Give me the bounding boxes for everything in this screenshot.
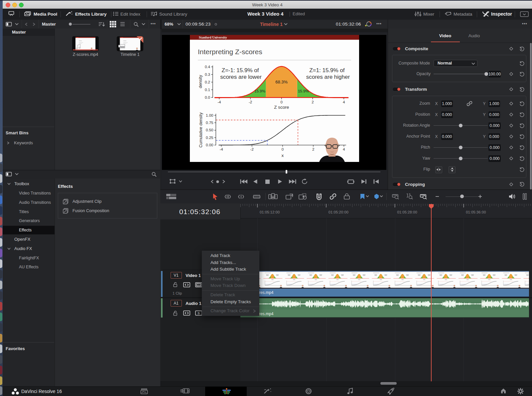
svg-text:density: density — [198, 75, 202, 88]
svg-text:0.1: 0.1 — [205, 88, 210, 92]
svg-text:scores are lower: scores are lower — [220, 74, 262, 80]
svg-text:-2: -2 — [248, 100, 252, 104]
svg-text:0.0: 0.0 — [205, 95, 210, 99]
svg-text:15.9%: 15.9% — [298, 89, 309, 93]
svg-text:Interpreting Z-scores: Interpreting Z-scores — [198, 48, 262, 56]
svg-text:0.3: 0.3 — [205, 72, 210, 76]
svg-text:68.3%: 68.3% — [275, 79, 288, 84]
svg-text:0.25: 0.25 — [206, 136, 213, 140]
svg-text:-4: -4 — [217, 100, 221, 104]
svg-text:0: 0 — [280, 100, 282, 104]
svg-text:Cumulative density: Cumulative density — [199, 112, 203, 147]
svg-text:x: x — [281, 153, 284, 158]
svg-text:0.00: 0.00 — [206, 143, 213, 147]
svg-text:15.9%: 15.9% — [254, 89, 265, 93]
svg-text:S: S — [198, 311, 200, 315]
svg-text:0.75: 0.75 — [206, 121, 213, 125]
svg-text:0.4: 0.4 — [205, 65, 210, 69]
svg-text:-4: -4 — [219, 147, 223, 151]
svg-text:Z=-1: 15.9% of: Z=-1: 15.9% of — [221, 67, 259, 73]
svg-text:0.2: 0.2 — [205, 80, 210, 84]
svg-text:-2: -2 — [250, 147, 253, 151]
svg-text:0: 0 — [281, 147, 283, 151]
svg-text:0.50: 0.50 — [206, 128, 213, 132]
svg-text:Z score: Z score — [274, 105, 289, 110]
svg-text:Stanford University: Stanford University — [199, 36, 227, 39]
svg-text:1.00: 1.00 — [206, 113, 213, 117]
